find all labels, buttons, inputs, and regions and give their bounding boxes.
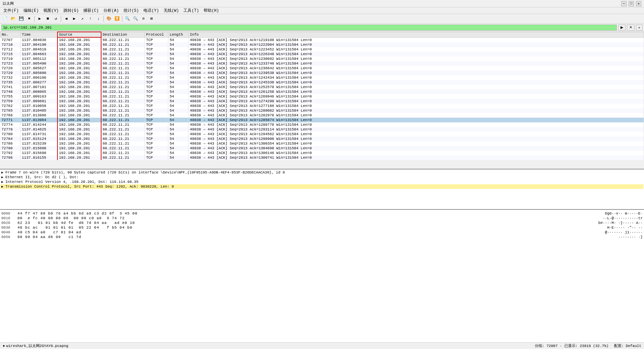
detail-row-ethernet[interactable]: ▶ Ethernet II, Src: Dc d2 ( ), Dst: [1, 175, 643, 180]
menu-capture[interactable]: 捕获(C) [81, 7, 101, 14]
table-row[interactable]: 727151137.804663192.168.20.20160.222.11.… [0, 52, 644, 56]
table-cell: 49838 → 443 [ACK] Seq=2913 Ack=1269946 W… [188, 94, 644, 99]
table-row[interactable]: 727621137.810058192.168.20.20160.222.11.… [0, 104, 644, 108]
table-row[interactable]: 727321137.806106192.168.20.20160.222.11.… [0, 75, 644, 80]
table-row[interactable]: 727711137.813964192.168.20.20160.222.11.… [0, 118, 644, 122]
table-row[interactable]: 727411137.807181192.168.20.20160.222.11.… [0, 85, 644, 89]
menu-edit[interactable]: 编辑(E) [22, 7, 41, 14]
expand-ip-icon[interactable]: ▶ [1, 180, 5, 184]
hex-bytes: 48 bc ac 01 01 01 01 05 22 04 f b5 04 b0 [17, 226, 604, 230]
menu-help[interactable]: 帮助(H) [202, 7, 221, 14]
hex-offset: 0010 [1, 216, 15, 220]
table-row[interactable]: 727841137.815124192.168.20.20160.222.11.… [0, 137, 644, 141]
table-row[interactable]: 727191137.805112192.168.20.20160.222.11.… [0, 56, 644, 61]
expand-ethernet-icon[interactable]: ▶ [1, 175, 5, 179]
table-row[interactable]: 727291137.805800192.168.20.20160.222.11.… [0, 71, 644, 75]
table-row[interactable]: 727741137.814244192.168.20.20160.222.11.… [0, 122, 644, 127]
table-row[interactable]: 727071137.804036192.168.20.20160.222.11.… [0, 37, 644, 42]
hex-ascii: H·E····· ·"·· ·· [607, 226, 643, 230]
hex-bytes: 62 23 01 01 bb 4d fe d0 7d 04 aa ad e0 1… [17, 221, 596, 225]
table-row[interactable]: 727651137.810405192.168.20.20160.222.11.… [0, 108, 644, 113]
table-row[interactable]: 727351137.806277192.168.20.20160.222.11.… [0, 80, 644, 85]
table-row[interactable]: 727261137.805627192.168.20.20160.222.11.… [0, 66, 644, 71]
toolbar-resize-columns[interactable]: ⊞ [148, 15, 155, 23]
table-row[interactable]: 727101137.804190192.168.20.20160.222.11.… [0, 42, 644, 47]
source-cell: 192.168.20.201 [57, 99, 101, 104]
expand-frame-icon[interactable]: ▶ [1, 170, 5, 174]
table-row[interactable]: 727231137.805490192.168.20.20160.222.11.… [0, 61, 644, 66]
toolbar-autoscroll[interactable]: ⏬ [113, 15, 121, 23]
header-source[interactable]: Source [57, 32, 101, 37]
table-row[interactable]: 727681137.813806192.168.20.20160.222.11.… [0, 113, 644, 118]
separator-3 [103, 16, 104, 22]
detail-row-tcp[interactable]: ▶ Transmission Control Protocol, Src Por… [1, 184, 643, 189]
table-row[interactable]: 727961137.816155192.168.20.20160.222.11.… [0, 155, 644, 160]
table-row[interactable]: 727551137.809163192.168.20.20160.222.11.… [0, 94, 644, 99]
header-length[interactable]: Length [168, 32, 188, 37]
detail-row-frame[interactable]: ▶ Frame 7 on wire (720 bits), 90 bytes c… [1, 170, 643, 175]
toolbar-zoom-in[interactable]: 🔍 [124, 15, 131, 23]
menu-go[interactable]: 跳转(G) [61, 7, 81, 14]
toolbar-close-capture[interactable]: ✖ [26, 15, 33, 23]
table-cell: 54 [168, 52, 188, 56]
source-cell: 192.168.20.201 [57, 71, 101, 75]
source-cell: 192.168.20.201 [57, 42, 101, 47]
toolbar-stop-capture[interactable]: ■ [44, 15, 51, 23]
header-info[interactable]: Info [188, 32, 644, 37]
packet-list-scroll[interactable]: No. Time Source Destination Protocol Len… [0, 32, 644, 169]
toolbar-new-capture[interactable]: 📄 [1, 15, 9, 23]
menu-stats[interactable]: 统计(S) [122, 7, 141, 14]
menu-telephony[interactable]: 电话(Y) [141, 7, 161, 14]
table-cell: 1137.805112 [20, 56, 57, 61]
source-cell: 192.168.20.201 [57, 75, 101, 80]
toolbar-restart-capture[interactable]: ↺ [52, 15, 59, 23]
packet-details-scroll[interactable]: ▶ Frame 7 on wire (720 bits), 90 bytes c… [1, 170, 643, 210]
toolbar-zoom-reset[interactable]: ⊙ [140, 15, 147, 23]
detail-row-ip[interactable]: ▶ Internet Protocol Version 4, .168.20.2… [1, 180, 643, 184]
table-row[interactable]: 727901137.815608192.168.20.20160.222.11.… [0, 146, 644, 151]
table-row[interactable]: 727121137.804519192.168.20.20160.222.11.… [0, 47, 644, 52]
table-cell: 60.222.11.21 [101, 89, 145, 94]
display-filter-input[interactable] [1, 25, 617, 31]
header-protocol[interactable]: Protocol [145, 32, 168, 37]
header-no[interactable]: No. [0, 32, 20, 37]
header-time[interactable]: Time [20, 32, 57, 37]
source-cell: 192.168.20.201 [57, 104, 101, 108]
close-button[interactable]: ✕ [636, 1, 641, 6]
table-cell: TCP [145, 108, 168, 113]
table-row[interactable]: 727861137.815239192.168.20.20160.222.11.… [0, 141, 644, 146]
source-cell: 192.168.20.201 [57, 61, 101, 66]
table-row[interactable]: 727801137.814731192.168.20.20160.222.11.… [0, 132, 644, 137]
toolbar-back[interactable]: ◀ [62, 15, 70, 23]
table-cell: 49838 → 443 [ACK] Seq=2913 Ack=1298906 W… [188, 137, 644, 141]
toolbar-zoom-out[interactable]: 🔍 [132, 15, 139, 23]
table-row[interactable]: 727921137.815698192.168.20.20160.222.11.… [0, 151, 644, 155]
source-cell: 192.168.20.201 [57, 108, 101, 113]
toolbar-goto[interactable]: ↗ [79, 15, 86, 23]
toolbar-start-capture[interactable]: ▶ [36, 15, 43, 23]
table-row[interactable]: 727591137.809681192.168.20.20160.222.11.… [0, 99, 644, 104]
table-row[interactable]: 727781137.814625192.168.20.20160.222.11.… [0, 127, 644, 132]
hex-dump-scroll[interactable]: 0000 44 f7 47 89 b0 76 a4 bb 6d a9 c3 d2… [1, 211, 643, 341]
toolbar-forward[interactable]: ▶ [71, 15, 78, 23]
maximize-button[interactable]: □ [629, 1, 634, 6]
menu-analyze[interactable]: 分析(A) [101, 7, 121, 14]
table-cell: 1137.810405 [20, 108, 57, 113]
toolbar-open[interactable]: 📂 [9, 15, 17, 23]
menu-tools[interactable]: 工具(T) [181, 7, 201, 14]
toolbar-next[interactable]: ↓ [95, 15, 102, 23]
table-row[interactable]: 727481137.808065192.168.20.20160.222.11.… [0, 89, 644, 94]
filter-save-button[interactable]: + [636, 25, 643, 31]
toolbar-save[interactable]: 💾 [17, 15, 25, 23]
header-destination[interactable]: Destination [101, 32, 145, 37]
filter-apply-button[interactable]: ▶ [618, 25, 626, 31]
toolbar-prev[interactable]: ↑ [87, 15, 94, 23]
expand-tcp-icon[interactable]: ▶ [1, 185, 5, 189]
toolbar-colorize[interactable]: 🎨 [105, 15, 113, 23]
table-cell: 60.222.11.21 [101, 71, 145, 75]
menu-wireless[interactable]: 无线(W) [162, 7, 181, 14]
menu-view[interactable]: 视图(V) [41, 7, 61, 14]
minimize-button[interactable]: — [621, 1, 627, 6]
menu-file[interactable]: 文件(F) [1, 7, 21, 14]
filter-clear-button[interactable]: ✕ [627, 25, 635, 31]
